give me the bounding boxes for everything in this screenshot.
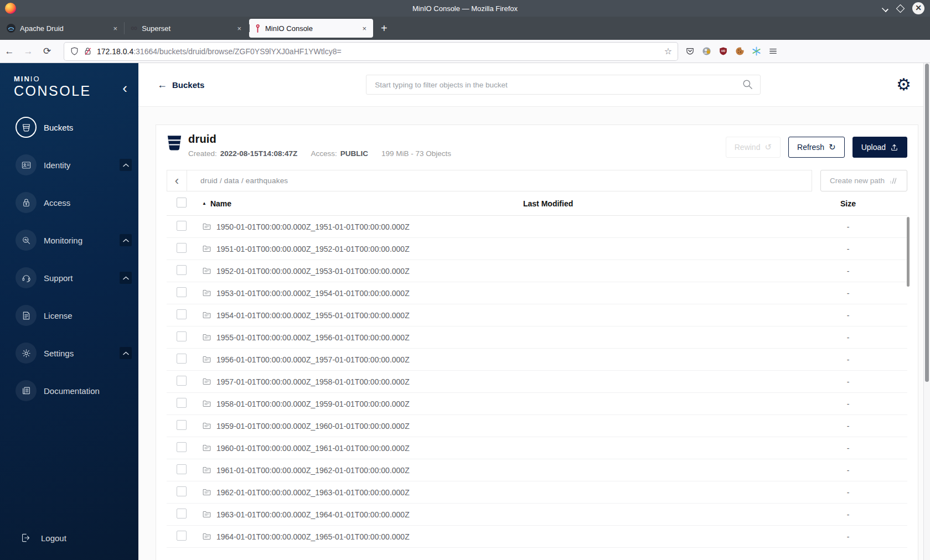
object-name: 1958-01-01T00:00:00.000Z_1959-01-01T00:0… (216, 400, 410, 408)
row-checkbox[interactable] (177, 486, 187, 496)
support-icon (16, 267, 37, 288)
create-new-path-button[interactable]: Create new path (820, 170, 907, 191)
row-checkbox[interactable] (177, 221, 187, 231)
reload-icon[interactable]: ⟳ (38, 45, 56, 57)
path-back-chevron-icon[interactable]: ‹ (167, 170, 187, 191)
sidebar-item-settings[interactable]: Settings (16, 343, 133, 364)
tab-close-icon[interactable]: × (112, 24, 118, 33)
tab-apache-druid[interactable]: Apache Druid × (0, 17, 124, 40)
row-checkbox[interactable] (177, 464, 187, 474)
sidebar-item-monitoring[interactable]: Monitoring (16, 230, 133, 251)
table-row[interactable]: 1964-01-01T00:00:00.000Z_1965-01-01T00:0… (167, 526, 907, 548)
rewind-button[interactable]: Rewind ↺ (726, 137, 781, 158)
settings-gear-icon[interactable]: ⚙ (896, 76, 911, 93)
row-checkbox[interactable] (177, 354, 187, 364)
table-row[interactable]: 1958-01-01T00:00:00.000Z_1959-01-01T00:0… (167, 393, 907, 415)
table-row[interactable]: 1957-01-01T00:00:00.000Z_1958-01-01T00:0… (167, 371, 907, 393)
table-row[interactable]: 1954-01-01T00:00:00.000Z_1955-01-01T00:0… (167, 304, 907, 326)
close-button[interactable]: ✕ (912, 2, 924, 14)
tab-minio-console[interactable]: MinIO Console × (249, 19, 373, 38)
row-checkbox[interactable] (177, 309, 187, 319)
maximize-button[interactable] (896, 4, 905, 13)
table-scrollbar-thumb[interactable] (907, 217, 910, 287)
identity-icon (16, 154, 37, 175)
row-checkbox[interactable] (177, 287, 187, 297)
new-tab-button[interactable]: + (374, 21, 394, 36)
privacy-extension-icon[interactable] (702, 46, 711, 56)
tab-close-icon[interactable]: × (236, 24, 242, 33)
row-checkbox[interactable] (177, 265, 187, 275)
cookie-icon[interactable] (735, 46, 745, 56)
ublock-icon[interactable]: UO (719, 46, 728, 56)
sidebar-collapse-icon[interactable]: ‹ (122, 82, 127, 94)
search-icon[interactable] (742, 79, 754, 91)
upload-button[interactable]: Upload (852, 137, 907, 158)
refresh-button[interactable]: Refresh ↻ (788, 137, 845, 158)
chevron-up-icon[interactable] (120, 347, 132, 359)
select-all-checkbox[interactable] (177, 198, 187, 208)
object-size: - (789, 289, 907, 298)
back-icon[interactable]: ← (0, 46, 19, 57)
create-path-label: Create new path (830, 177, 885, 185)
forward-icon[interactable]: → (19, 46, 38, 57)
tab-superset[interactable]: ∞ Superset × (124, 17, 248, 40)
table-row[interactable]: 1956-01-01T00:00:00.000Z_1957-01-01T00:0… (167, 349, 907, 371)
row-checkbox[interactable] (177, 376, 187, 386)
object-name: 1955-01-01T00:00:00.000Z_1956-01-01T00:0… (216, 333, 410, 342)
multi-account-extension-icon[interactable] (752, 46, 761, 56)
table-row[interactable]: 1951-01-01T00:00:00.000Z_1952-01-01T00:0… (167, 238, 907, 260)
sidebar-item-support[interactable]: Support (16, 267, 133, 288)
row-checkbox[interactable] (177, 398, 187, 408)
sidebar-item-logout[interactable]: Logout (20, 532, 133, 543)
table-row[interactable]: 1952-01-01T00:00:00.000Z_1953-01-01T00:0… (167, 260, 907, 282)
sidebar-item-label: Buckets (44, 123, 133, 132)
shield-icon[interactable] (70, 46, 79, 56)
table-row[interactable]: 1962-01-01T00:00:00.000Z_1963-01-01T00:0… (167, 481, 907, 504)
table-row[interactable]: 1960-01-01T00:00:00.000Z_1961-01-01T00:0… (167, 437, 907, 459)
row-checkbox[interactable] (177, 442, 187, 452)
table-row[interactable]: 1955-01-01T00:00:00.000Z_1956-01-01T00:0… (167, 326, 907, 349)
menu-icon[interactable] (768, 46, 778, 56)
table-row[interactable]: 1961-01-01T00:00:00.000Z_1962-01-01T00:0… (167, 459, 907, 481)
chevron-up-icon[interactable] (120, 272, 132, 284)
column-header-name[interactable]: Name (210, 199, 231, 208)
chevron-up-icon[interactable] (120, 234, 132, 246)
row-checkbox[interactable] (177, 531, 187, 541)
back-to-buckets-link[interactable]: ← Buckets (157, 79, 204, 91)
tab-close-icon[interactable]: × (361, 24, 368, 33)
url-text: 172.18.0.4:31664/buckets/druid/browse/ZG… (97, 47, 664, 56)
sidebar-item-license[interactable]: License (16, 305, 133, 326)
logo-min-text: MIN (14, 75, 30, 83)
sidebar-item-buckets[interactable]: Buckets (16, 117, 133, 138)
sort-asc-icon[interactable]: ▲ (202, 201, 206, 206)
url-field[interactable]: 172.18.0.4:31664/buckets/druid/browse/ZG… (64, 43, 678, 60)
table-row[interactable]: 1950-01-01T00:00:00.000Z_1951-01-01T00:0… (167, 216, 907, 238)
row-checkbox[interactable] (177, 331, 187, 341)
path-bar: ‹ druid / data / earthquakes (167, 170, 812, 191)
lock-insecure-icon[interactable] (83, 46, 92, 56)
browser-scrollbar-thumb[interactable] (925, 64, 929, 382)
column-header-last-modified[interactable]: Last Modified (523, 199, 789, 208)
sidebar-item-label: Monitoring (44, 236, 120, 245)
bookmark-star-icon[interactable]: ☆ (664, 46, 672, 56)
table-row[interactable]: 1963-01-01T00:00:00.000Z_1964-01-01T00:0… (167, 504, 907, 526)
breadcrumb[interactable]: druid / data / earthquakes (200, 177, 288, 185)
row-checkbox[interactable] (177, 243, 187, 253)
minimize-button[interactable] (882, 5, 888, 12)
folder-icon (202, 421, 211, 431)
table-row[interactable]: 1959-01-01T00:00:00.000Z_1960-01-01T00:0… (167, 415, 907, 437)
object-list: 1950-01-01T00:00:00.000Z_1951-01-01T00:0… (167, 216, 907, 548)
browser-scrollbar[interactable] (923, 63, 930, 560)
column-header-size[interactable]: Size (789, 199, 907, 208)
rewind-icon: ↺ (764, 142, 772, 152)
sidebar-item-documentation[interactable]: Documentation (16, 380, 133, 401)
filter-objects-input[interactable] (366, 75, 761, 95)
table-row[interactable]: 1953-01-01T00:00:00.000Z_1954-01-01T00:0… (167, 282, 907, 304)
chevron-up-icon[interactable] (120, 159, 132, 171)
sidebar-item-identity[interactable]: Identity (16, 154, 133, 175)
sidebar-item-access[interactable]: Access (16, 192, 133, 213)
folder-icon (202, 532, 211, 541)
pocket-icon[interactable] (685, 46, 695, 56)
row-checkbox[interactable] (177, 420, 187, 430)
row-checkbox[interactable] (177, 509, 187, 518)
